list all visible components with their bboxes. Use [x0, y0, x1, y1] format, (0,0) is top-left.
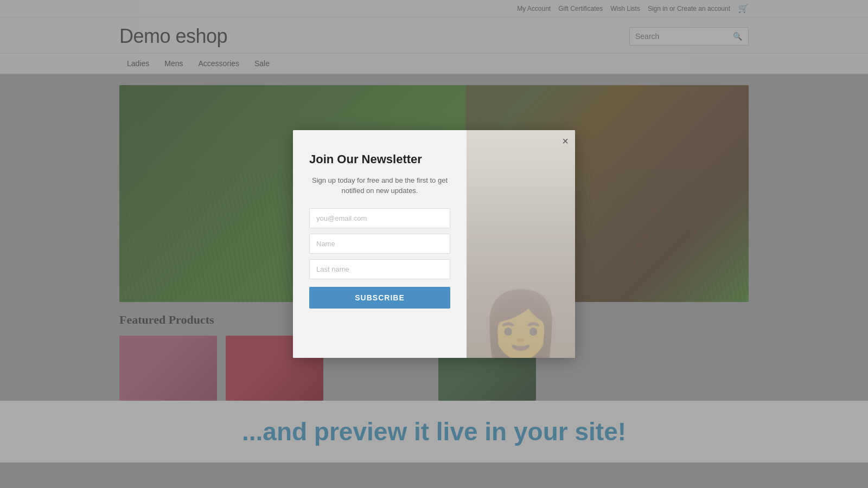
name-field[interactable] — [309, 234, 450, 254]
subscribe-button[interactable]: Subscribe — [309, 287, 450, 309]
last-name-field[interactable] — [309, 259, 450, 279]
modal-decorative-image — [467, 130, 575, 358]
close-button[interactable]: × — [562, 136, 569, 146]
email-field[interactable] — [309, 208, 450, 228]
modal-description: Sign up today for free and be the first … — [309, 175, 450, 196]
newsletter-modal: × Join Our Newsletter Sign up today for … — [293, 130, 575, 358]
modal-image-panel — [467, 130, 575, 358]
modal-overlay[interactable]: × Join Our Newsletter Sign up today for … — [0, 0, 868, 488]
modal-left-panel: Join Our Newsletter Sign up today for fr… — [293, 130, 467, 358]
modal-title: Join Our Newsletter — [309, 152, 422, 168]
